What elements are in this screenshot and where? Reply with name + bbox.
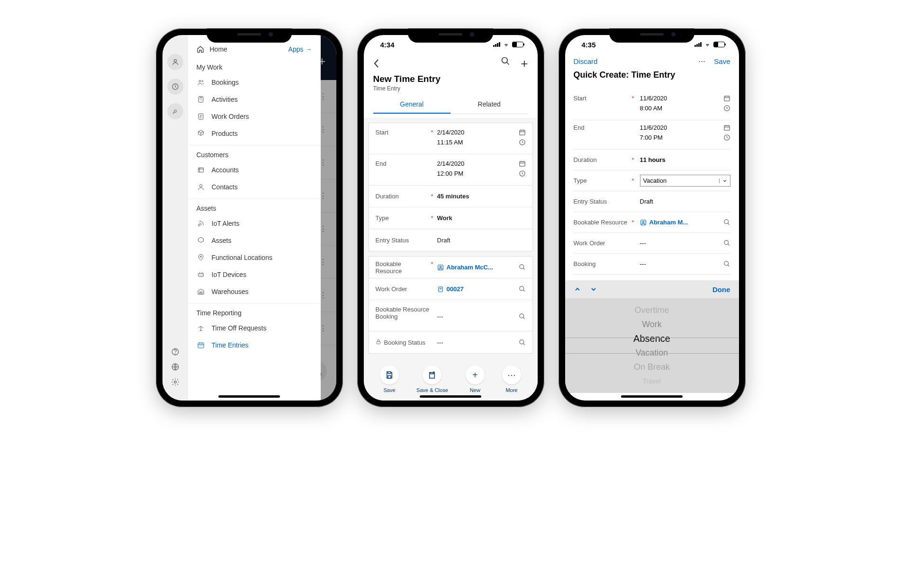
field-status[interactable]: Entry StatusDraft <box>369 229 532 251</box>
clock-icon[interactable] <box>723 105 730 112</box>
field-resource[interactable]: Bookable Resource*Abraham M... <box>574 212 730 233</box>
resource-icon <box>640 219 647 226</box>
field-type[interactable]: Type*Work <box>369 207 532 229</box>
svg-point-6 <box>174 381 176 383</box>
products-icon <box>197 130 205 137</box>
svg-point-23 <box>440 266 441 268</box>
nav-contacts[interactable]: Contacts <box>188 178 321 196</box>
form-card-2: Bookable Resource*Abraham McC... Work Or… <box>369 256 533 354</box>
section-assets: Assets <box>188 198 321 215</box>
add-button[interactable]: + <box>521 56 528 71</box>
page-title: Quick Create: Time Entry <box>565 68 739 85</box>
nav-assets[interactable]: Assets <box>188 232 321 249</box>
clock-icon[interactable] <box>519 170 526 177</box>
signal-icon <box>694 42 702 47</box>
tab-general[interactable]: General <box>373 96 451 114</box>
svg-rect-18 <box>519 130 524 135</box>
nav-locations[interactable]: Functional Locations <box>188 249 321 266</box>
nav-timeentries[interactable]: Time Entries <box>188 337 321 354</box>
svg-point-7 <box>199 80 201 82</box>
field-workorder[interactable]: Work Order--- <box>574 233 730 254</box>
search-icon[interactable] <box>519 313 526 320</box>
field-booking[interactable]: Bookable Resource Booking--- <box>369 300 532 331</box>
help-icon[interactable] <box>171 347 180 356</box>
calendar-icon[interactable] <box>519 129 526 136</box>
nav-home[interactable]: Home <box>197 45 227 53</box>
back-button[interactable] <box>373 59 379 68</box>
calendar-icon[interactable] <box>723 124 730 131</box>
new-button[interactable]: +New <box>466 365 485 393</box>
svg-rect-20 <box>519 161 524 166</box>
field-start[interactable]: Start* 11/6/2020 8:00 AM <box>574 91 730 120</box>
resource-icon <box>437 264 444 271</box>
save-button[interactable]: Save <box>714 57 730 65</box>
svg-point-35 <box>642 221 644 223</box>
done-button[interactable]: Done <box>712 285 730 294</box>
calendar-icon[interactable] <box>723 95 730 102</box>
iotalerts-icon <box>197 220 205 227</box>
nav-iotdevices[interactable]: IoT Devices <box>188 266 321 283</box>
more-button[interactable]: ⋯More <box>502 365 521 393</box>
form-card-1: Start* 2/14/2020 11:15 AM End 2/14/2020 … <box>369 123 533 251</box>
apps-link[interactable]: Apps→ <box>288 45 312 53</box>
save-button[interactable]: Save <box>380 365 399 393</box>
home-indicator <box>621 395 683 398</box>
calendar-icon[interactable] <box>519 160 526 167</box>
nav-iotalerts[interactable]: IoT Alerts <box>188 215 321 232</box>
nav-activities[interactable]: Activities <box>188 91 321 108</box>
globe-icon[interactable] <box>171 363 180 371</box>
nav-accounts[interactable]: Accounts <box>188 161 321 178</box>
search-icon[interactable] <box>519 264 526 271</box>
search-icon[interactable] <box>519 339 526 346</box>
gear-icon[interactable] <box>171 378 180 386</box>
field-workorder[interactable]: Work Order00027 <box>369 278 532 300</box>
phone-1: + ⋮⋮ ⋮⋮ ⋮⋮ ⋮⋮ ⋯More <box>156 28 343 407</box>
clock-icon[interactable] <box>167 79 183 95</box>
phone-2: 4:34 + New Time Entry Time Entry General… <box>357 28 544 407</box>
search-icon[interactable] <box>501 56 510 71</box>
workorders-icon <box>197 113 205 120</box>
nav-products[interactable]: Products <box>188 125 321 142</box>
field-duration[interactable]: Duration*11 hours <box>574 150 730 170</box>
more-icon[interactable]: ⋯ <box>698 57 705 65</box>
field-status[interactable]: Entry StatusDraft <box>574 191 730 212</box>
search-icon[interactable] <box>519 285 526 293</box>
field-bookingstatus[interactable]: Booking Status--- <box>369 331 532 353</box>
picker-wheel[interactable]: Overtime Work Absence Vacation On Break … <box>565 298 739 393</box>
notch <box>207 28 292 43</box>
search-icon[interactable] <box>723 260 730 267</box>
section-mywork: My Work <box>188 58 321 74</box>
nav-bookings[interactable]: Bookings <box>188 74 321 91</box>
type-select[interactable]: Vacation <box>640 175 730 187</box>
section-customers: Customers <box>188 145 321 161</box>
nav-timeoffrequests[interactable]: Time Off Requests <box>188 320 321 337</box>
status-time: 4:34 <box>380 41 395 49</box>
search-icon[interactable] <box>723 219 730 226</box>
nav-rail <box>162 35 188 401</box>
clock-icon[interactable] <box>519 139 526 146</box>
save-close-button[interactable]: Save & Close <box>416 365 448 393</box>
nav-warehouses[interactable]: Warehouses <box>188 283 321 300</box>
nav-workorders[interactable]: Work Orders <box>188 108 321 125</box>
profile-icon[interactable] <box>167 54 183 70</box>
workorder-icon <box>437 286 444 293</box>
field-type[interactable]: Type*Vacation <box>574 170 730 191</box>
field-duration[interactable]: Duration*45 minutes <box>369 186 532 207</box>
timeentries-icon <box>197 341 205 349</box>
chevron-up-icon[interactable] <box>574 285 581 293</box>
field-end[interactable]: End 11/6/2020 7:00 PM <box>574 120 730 150</box>
field-start[interactable]: Start* 2/14/2020 11:15 AM <box>369 123 532 154</box>
field-booking[interactable]: Booking--- <box>574 254 730 275</box>
chevron-down-icon[interactable] <box>590 285 597 293</box>
field-bookableresource[interactable]: Bookable Resource*Abraham McC... <box>369 257 532 278</box>
svg-rect-30 <box>724 96 729 101</box>
search-icon[interactable] <box>723 240 730 247</box>
field-end[interactable]: End 2/14/2020 12:00 PM <box>369 154 532 186</box>
svg-point-12 <box>199 185 202 187</box>
discard-button[interactable]: Discard <box>574 57 598 65</box>
svg-point-27 <box>519 314 523 318</box>
pin-icon[interactable] <box>167 103 183 119</box>
activities-icon <box>197 96 205 103</box>
clock-icon[interactable] <box>723 134 730 141</box>
tab-related[interactable]: Related <box>450 96 528 114</box>
